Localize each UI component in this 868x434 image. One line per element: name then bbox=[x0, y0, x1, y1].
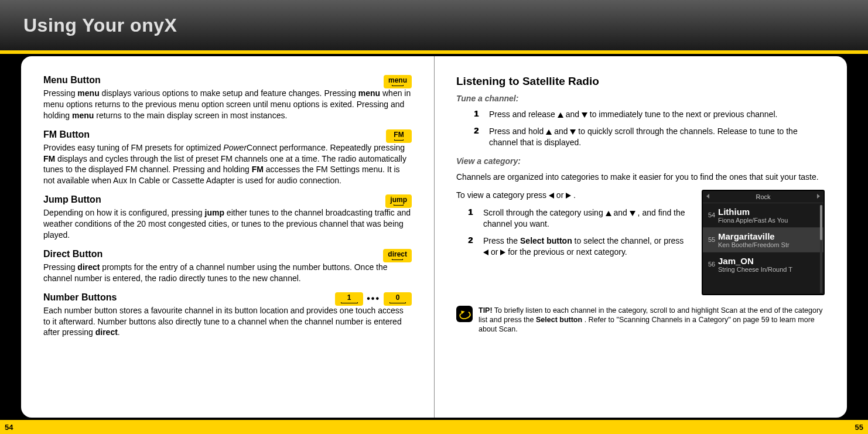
text-part: Press and hold bbox=[489, 127, 546, 136]
button-underbar-icon bbox=[392, 85, 403, 86]
right-title: Listening to Satellite Radio bbox=[456, 75, 825, 88]
right-arrow-icon bbox=[500, 250, 505, 255]
direct-section-title: Direct Button bbox=[43, 249, 412, 259]
scrollbar bbox=[820, 205, 822, 293]
direct-button-icon: direct bbox=[383, 249, 412, 262]
up-arrow-icon bbox=[558, 112, 563, 118]
menu-section-body: Pressing menu displays various options t… bbox=[43, 88, 412, 121]
channel-artist: Ken Boothe/Freedom Str bbox=[718, 241, 819, 248]
down-arrow-icon bbox=[582, 112, 587, 118]
right-lower-row: To view a category press or . 1 Scroll t… bbox=[456, 190, 825, 295]
text-part: Press the bbox=[483, 236, 520, 245]
fm-button-icon: FM bbox=[386, 129, 412, 143]
page-number-left: 54 bbox=[5, 423, 13, 432]
text-bold: Select button bbox=[520, 236, 572, 245]
up-arrow-icon bbox=[546, 129, 552, 135]
button-underbar-icon bbox=[341, 302, 358, 303]
left-arrow-icon bbox=[483, 250, 488, 255]
tip-box: TIP! To briefly listen to each channel i… bbox=[456, 306, 825, 334]
direct-button-label: direct bbox=[388, 250, 407, 258]
left-arrow-icon bbox=[706, 194, 709, 199]
fm-section-title: FM Button bbox=[43, 129, 412, 140]
content-inner: menu Menu Button Pressing menu displays … bbox=[21, 56, 847, 418]
channel-info: Jam_ONString Cheese In/Round T bbox=[718, 256, 819, 273]
view-lead-text: To view a category press or . bbox=[456, 190, 690, 201]
channel-name: Margaritaville bbox=[718, 231, 819, 241]
button-underbar-icon bbox=[394, 139, 404, 141]
down-arrow-icon bbox=[570, 129, 576, 135]
step-text: Press and release and to immediately tun… bbox=[489, 109, 777, 120]
content-outer: menu Menu Button Pressing menu displays … bbox=[0, 54, 868, 420]
tune-step-1: 1 Press and release and to immediately t… bbox=[474, 109, 825, 120]
jump-button-icon: jump bbox=[385, 194, 412, 208]
channel-name: Jam_ON bbox=[718, 256, 819, 266]
number-0-button-icon: 0 bbox=[384, 292, 412, 306]
scrollbar-thumb bbox=[820, 205, 822, 240]
header: Using Your onyX bbox=[0, 0, 868, 54]
text-part: or bbox=[491, 247, 500, 257]
view-step-2: 2 Press the Select button to select the … bbox=[468, 235, 690, 258]
device-channel-row: 56Jam_ONString Cheese In/Round T bbox=[703, 252, 823, 276]
right-arrow-icon bbox=[817, 194, 820, 199]
left-arrow-icon bbox=[549, 193, 554, 199]
view-step-1: 1 Scroll through the category using and … bbox=[468, 207, 690, 230]
channel-number: 56 bbox=[705, 261, 718, 268]
view-steps: 1 Scroll through the category using and … bbox=[468, 207, 690, 258]
tip-icon bbox=[456, 306, 473, 322]
text-part: Press and release bbox=[489, 110, 558, 119]
device-category-header: Rock bbox=[703, 191, 823, 203]
channel-info: MargaritavilleKen Boothe/Freedom Str bbox=[718, 231, 819, 248]
text-part: or bbox=[556, 190, 566, 200]
view-text-part: To view a category press or . 1 Scroll t… bbox=[456, 190, 690, 295]
device-channel-row: 54LithiumFiona Apple/Fast As You bbox=[703, 203, 823, 227]
text-part: for the previous or next category. bbox=[508, 247, 627, 257]
step-number: 1 bbox=[468, 207, 483, 230]
step-text: Press the Select button to select the ch… bbox=[483, 235, 690, 258]
channel-name: Lithium bbox=[718, 207, 819, 217]
menu-button-label: menu bbox=[388, 76, 407, 84]
number-buttons-icons: 1 ••• 0 bbox=[335, 292, 412, 306]
tune-subhead: Tune a channel: bbox=[456, 94, 825, 103]
tune-step-2: 2 Press and hold and to quickly scroll t… bbox=[474, 126, 825, 148]
direct-section-body: Pressing direct prompts for the entry of… bbox=[43, 262, 412, 284]
number-1-label: 1 bbox=[347, 293, 351, 302]
device-screen: Rock 54LithiumFiona Apple/Fast As You55M… bbox=[702, 190, 825, 295]
device-channel-row: 55MargaritavilleKen Boothe/Freedom Str bbox=[703, 227, 823, 252]
step-text: Scroll through the category using and , … bbox=[483, 207, 690, 230]
fm-button-label: FM bbox=[394, 131, 404, 139]
channel-info: LithiumFiona Apple/Fast As You bbox=[718, 207, 819, 224]
channel-artist: String Cheese In/Round T bbox=[718, 266, 819, 273]
section-menu-button: menu Menu Button Pressing menu displays … bbox=[43, 75, 412, 121]
text-part: Scroll through the category using bbox=[483, 208, 606, 217]
tip-label: TIP! bbox=[479, 306, 493, 315]
menu-section-title: Menu Button bbox=[43, 75, 412, 86]
footer: 54 55 bbox=[0, 420, 868, 434]
section-direct-button: direct Direct Button Pressing direct pro… bbox=[43, 249, 412, 284]
step-number: 2 bbox=[474, 126, 489, 148]
text-bold: Select button bbox=[536, 316, 582, 324]
down-arrow-icon bbox=[630, 211, 635, 216]
ellipsis-icon: ••• bbox=[367, 293, 380, 304]
view-subhead: View a category: bbox=[456, 156, 825, 166]
button-underbar-icon bbox=[394, 204, 404, 206]
step-number: 1 bbox=[474, 109, 489, 120]
channel-number: 55 bbox=[705, 236, 718, 243]
text-part: to select the channel, or press bbox=[575, 236, 684, 245]
tip-text: TIP! To briefly listen to each channel i… bbox=[479, 306, 825, 334]
button-underbar-icon bbox=[392, 259, 404, 260]
section-fm-button: FM FM Button Provides easy tuning of FM … bbox=[43, 129, 412, 187]
step-text: Press and hold and to quickly scroll thr… bbox=[489, 126, 825, 148]
number-section-body: Each number button stores a favourite ch… bbox=[43, 305, 412, 339]
view-intro-text: Channels are organized into categories t… bbox=[456, 172, 825, 183]
right-arrow-icon bbox=[566, 193, 571, 199]
right-column: Listening to Satellite Radio Tune a chan… bbox=[434, 56, 847, 418]
up-arrow-icon bbox=[606, 211, 611, 216]
number-1-button-icon: 1 bbox=[335, 292, 363, 306]
button-underbar-icon bbox=[389, 302, 406, 303]
page-title: Using Your onyX bbox=[23, 15, 177, 36]
left-column: menu Menu Button Pressing menu displays … bbox=[21, 56, 434, 418]
text-part: to immediately tune to the next or previ… bbox=[590, 110, 778, 119]
section-jump-button: jump Jump Button Depending on how it is … bbox=[43, 194, 412, 241]
page-number-right: 55 bbox=[855, 423, 863, 432]
text-part: . bbox=[573, 190, 576, 200]
